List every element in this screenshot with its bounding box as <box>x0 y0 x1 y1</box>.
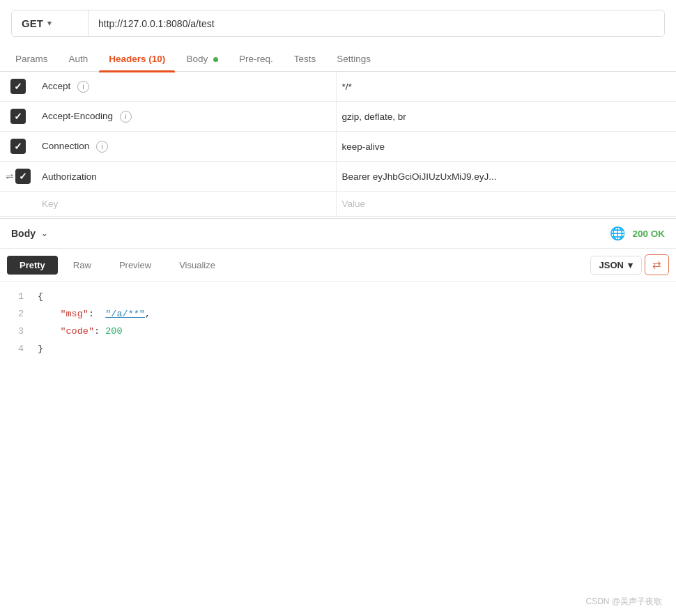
url-bar: GET ▾ <box>11 10 665 37</box>
table-row: Accept-Encoding i gzip, deflate, br <box>0 102 676 132</box>
info-icon[interactable]: i <box>77 81 89 93</box>
tab-params[interactable]: Params <box>6 47 58 71</box>
tab-settings[interactable]: Settings <box>327 47 381 71</box>
sub-tab-pretty[interactable]: Pretty <box>7 256 58 275</box>
code-line: "code": 200 <box>38 323 676 341</box>
sub-tab-visualize[interactable]: Visualize <box>167 256 228 275</box>
checkbox-accept-encoding[interactable] <box>10 109 26 124</box>
body-subtabs: Pretty Raw Preview Visualize JSON ▾ ⇄ <box>0 249 676 282</box>
value-placeholder: Value <box>342 199 366 209</box>
info-icon[interactable]: i <box>120 111 132 123</box>
checkbox-authorization[interactable] <box>15 169 31 184</box>
body-section-label: Body <box>11 228 36 239</box>
header-key: Accept <box>42 81 70 91</box>
sub-tab-raw[interactable]: Raw <box>61 256 104 275</box>
headers-table: Accept i */* Accept-Encoding i gzip, def… <box>0 72 676 217</box>
row-checkbox-cell <box>0 102 36 132</box>
body-header: Body ⌄ 🌐 200 OK <box>0 219 676 249</box>
wrap-button[interactable]: ⇄ <box>645 254 669 275</box>
headers-badge: (10) <box>148 54 165 64</box>
checkbox-connection[interactable] <box>10 139 26 154</box>
body-dot-icon <box>213 57 218 62</box>
row-checkbox-cell <box>0 72 36 102</box>
header-value: gzip, deflate, br <box>336 102 676 132</box>
format-dropdown[interactable]: JSON ▾ <box>590 256 642 275</box>
url-input[interactable] <box>89 11 664 36</box>
code-line: { <box>38 288 676 306</box>
code-line: } <box>38 341 676 358</box>
header-value: */* <box>336 72 676 102</box>
header-value: keep-alive <box>336 132 676 162</box>
header-key: Authorization <box>42 171 97 182</box>
line-numbers: 1 2 3 4 <box>0 288 35 358</box>
wrap-icon: ⇄ <box>652 259 661 271</box>
tab-prereq[interactable]: Pre-req. <box>229 47 283 71</box>
tab-tests[interactable]: Tests <box>284 47 326 71</box>
info-icon[interactable]: i <box>96 141 108 153</box>
header-value: Bearer eyJhbGciOiJIUzUxMiJ9.eyJ... <box>336 162 676 192</box>
format-label: JSON <box>599 260 624 270</box>
footer-attribution: CSDN @吴声子夜歌 <box>585 596 662 608</box>
code-content: { "msg": "/a/**", "code": 200 } <box>35 288 676 358</box>
header-key: Accept-Encoding <box>42 111 113 121</box>
tab-auth[interactable]: Auth <box>59 47 98 71</box>
line-num: 4 <box>0 341 24 358</box>
line-num: 2 <box>0 306 24 323</box>
chevron-down-icon: ⌄ <box>41 229 47 238</box>
tab-body[interactable]: Body <box>176 47 228 71</box>
line-num: 3 <box>0 323 24 341</box>
line-num: 1 <box>0 288 24 306</box>
method-chevron-icon: ▾ <box>47 19 52 28</box>
key-placeholder: Key <box>42 199 58 209</box>
checkbox-accept[interactable] <box>10 79 26 94</box>
row-checkbox-cell: ⇌ <box>0 162 36 191</box>
footer-text: CSDN @吴声子夜歌 <box>585 596 662 606</box>
sub-tab-preview[interactable]: Preview <box>107 256 164 275</box>
code-line: "msg": "/a/**", <box>38 306 676 323</box>
header-key: Connection <box>42 141 89 151</box>
table-row: Key Value <box>0 192 676 217</box>
globe-icon[interactable]: 🌐 <box>610 226 625 241</box>
tab-headers[interactable]: Headers (10) <box>99 47 175 71</box>
row-checkbox-cell <box>0 132 36 162</box>
body-right: 🌐 200 OK <box>610 226 665 241</box>
response-body-section: Body ⌄ 🌐 200 OK Pretty Raw Preview Visua… <box>0 218 676 365</box>
method-label: GET <box>22 17 43 29</box>
status-badge: 200 OK <box>632 229 665 239</box>
table-row: ⇌ Authorization Bearer eyJhbGciOiJIUzUxM… <box>0 162 676 192</box>
code-display: 1 2 3 4 { "msg": "/a/**", "code": 200 } <box>0 282 676 365</box>
filter-icon[interactable]: ⇌ <box>6 171 14 182</box>
table-row: Accept i */* <box>0 72 676 102</box>
method-dropdown[interactable]: GET ▾ <box>12 10 89 36</box>
body-toggle[interactable]: Body ⌄ <box>11 228 47 239</box>
format-chevron-icon: ▾ <box>628 260 633 270</box>
table-row: Connection i keep-alive <box>0 132 676 162</box>
request-tabs: Params Auth Headers (10) Body Pre-req. T… <box>0 47 676 72</box>
